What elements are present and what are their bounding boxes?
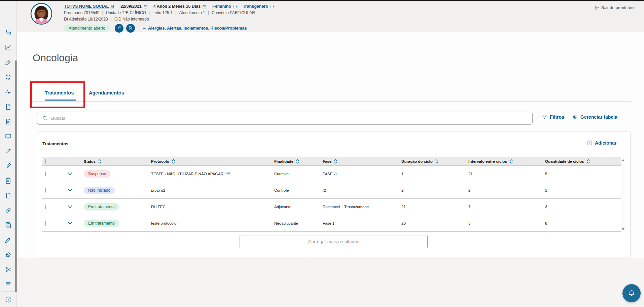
- sort-icon[interactable]: [296, 159, 299, 164]
- scroll-up-arrow[interactable]: [622, 159, 624, 161]
- filters-button[interactable]: Filtros: [542, 114, 564, 120]
- column-finalidade[interactable]: Finalidade: [274, 159, 293, 163]
- table-row[interactable]: Em tratamento DH FEC Adjuvante Docetaxel…: [42, 199, 625, 215]
- monitor-icon[interactable]: [5, 133, 12, 140]
- select-all-checkbox[interactable]: [45, 159, 46, 164]
- table-scrollbar[interactable]: [621, 157, 625, 232]
- column-protocolo[interactable]: Protocolo: [151, 159, 169, 163]
- search-input[interactable]: [51, 116, 528, 121]
- row-checkbox[interactable]: [45, 204, 46, 209]
- row-checkbox[interactable]: [45, 171, 46, 176]
- sort-icon[interactable]: [587, 159, 590, 164]
- status-badge: Suspenso: [84, 170, 110, 178]
- activity-icon[interactable]: [5, 88, 12, 95]
- calendar-icon[interactable]: [143, 4, 148, 9]
- patient-record: Prontuário 7016549: [64, 10, 99, 15]
- column-intervalo-ciclos[interactable]: Intervalo entre ciclos: [468, 159, 507, 163]
- cycle-count-cell: 1: [545, 188, 547, 192]
- sort-icon[interactable]: [334, 159, 337, 164]
- attachments-button[interactable]: [115, 24, 123, 33]
- expand-row-chevron-icon[interactable]: [67, 188, 73, 193]
- sort-icon[interactable]: [510, 159, 513, 164]
- cycle-interval-cell: 2: [468, 188, 470, 192]
- document-text-2-icon[interactable]: [5, 118, 12, 125]
- manage-table-button[interactable]: Gerenciar tabela: [572, 114, 617, 120]
- table-row[interactable]: Em tratamento teste protocolo Neoadjuvan…: [42, 215, 625, 232]
- phase-cell: f2: [323, 188, 326, 192]
- purpose-cell: Neoadjuvante: [274, 221, 298, 225]
- active-tab-underline: [45, 100, 76, 101]
- column-quantidade-ciclos[interactable]: Quantidade de ciclos: [545, 159, 584, 163]
- sidebar: [0, 1, 17, 307]
- sync-icon[interactable]: [5, 74, 12, 81]
- expand-chevron-circle-icon[interactable]: [5, 296, 12, 303]
- purpose-cell: Adjuvante: [274, 205, 291, 209]
- load-more-button[interactable]: Carregar mais resultados: [240, 235, 428, 248]
- capsule-icon[interactable]: [5, 207, 12, 214]
- sort-icon[interactable]: [435, 159, 438, 164]
- sort-icon[interactable]: [172, 159, 175, 164]
- row-checkbox[interactable]: [45, 188, 46, 193]
- phase-cell: FASE -1: [323, 172, 337, 176]
- expand-row-chevron-icon[interactable]: [67, 204, 73, 209]
- protocol-cell: TESTE - NÃO UTILIZAR E NÃO APAGAR!!!!!!: [151, 172, 230, 176]
- status-badge: Em tratamento: [84, 220, 119, 227]
- pencil-icon[interactable]: [5, 59, 12, 66]
- column-fase[interactable]: Fase: [323, 159, 331, 163]
- phase-cell: Fase 1: [323, 221, 334, 225]
- patient-name-link[interactable]: TOTVS NOME SOCIAL: [64, 4, 109, 9]
- search-icon: [42, 115, 48, 121]
- column-duracao-ciclo[interactable]: Duração do ciclo: [401, 159, 433, 163]
- documents-button[interactable]: [126, 24, 135, 33]
- copy-documents-icon[interactable]: [5, 222, 12, 229]
- menu-lines-icon[interactable]: [5, 281, 12, 288]
- file-icon[interactable]: [5, 192, 12, 199]
- tab-tratamentos[interactable]: Tratamentos: [45, 90, 74, 95]
- expand-row-chevron-icon[interactable]: [67, 171, 73, 177]
- column-status[interactable]: Status: [84, 159, 96, 163]
- plus-square-icon: [587, 140, 593, 146]
- info-icon[interactable]: [233, 4, 237, 9]
- cycle-count-cell: 8: [545, 221, 547, 225]
- info-icon[interactable]: [270, 4, 274, 9]
- table-row[interactable]: Suspenso TESTE - NÃO UTILIZAR E NÃO APAG…: [42, 166, 625, 182]
- cycle-interval-cell: 5: [468, 221, 470, 225]
- gear-cell-icon[interactable]: [5, 251, 12, 258]
- document-text-icon[interactable]: [5, 103, 12, 110]
- patient-header: TOTVS NOME SOCIAL 22/09/2021 4 Anos 2 Me…: [17, 1, 644, 32]
- exit-icon: [595, 5, 599, 10]
- record-document-icon[interactable]: [110, 4, 115, 9]
- scroll-down-arrow[interactable]: [622, 228, 624, 230]
- patient-gender: Transgênero: [243, 4, 268, 9]
- patient-attendance: Atendimento 1: [173, 10, 205, 15]
- paperclip-icon: [117, 26, 121, 31]
- tab-agendamentos[interactable]: Agendamentos: [89, 90, 124, 95]
- exit-record-link[interactable]: Sair do prontuário: [595, 5, 635, 10]
- cycle-count-cell: 5: [545, 172, 547, 176]
- sidebar-scrollbar[interactable]: [15, 61, 16, 292]
- attendance-open-badge: Atendimento aberto: [64, 25, 110, 32]
- cycle-interval-cell: 21: [468, 172, 473, 176]
- add-treatment-button[interactable]: Adicionar: [587, 140, 617, 146]
- clipboard-icon[interactable]: [5, 177, 12, 184]
- row-checkbox[interactable]: [45, 221, 46, 226]
- scissors-icon[interactable]: [5, 266, 12, 273]
- alerts-link[interactable]: Alergias, Alertas, Isolamentos, Riscos/P…: [142, 26, 247, 31]
- expand-row-chevron-icon[interactable]: [67, 221, 73, 226]
- cycle-duration-cell: 1: [401, 172, 403, 176]
- sort-icon[interactable]: [98, 159, 101, 164]
- search-bar[interactable]: [37, 112, 533, 125]
- treatments-table: Status Protocolo Finalidade Fase Duração…: [42, 157, 625, 232]
- test-tube-icon[interactable]: [5, 162, 12, 169]
- patient-unit: Unidade 1°B CLÍNICO: [99, 10, 146, 15]
- sidebar-divider: [1, 291, 15, 292]
- syringe-icon[interactable]: [5, 148, 12, 155]
- page-title: Oncologia: [33, 52, 78, 64]
- chart-line-icon[interactable]: [5, 44, 12, 51]
- calendar-icon[interactable]: [202, 4, 207, 9]
- patient-avatar[interactable]: [30, 3, 52, 25]
- pencil-edit-icon[interactable]: [5, 236, 12, 243]
- table-row[interactable]: Não iniciado proto g2 Controle f2 2 2 1: [42, 182, 625, 199]
- stethoscope-icon[interactable]: [5, 29, 12, 36]
- notifications-fab[interactable]: [622, 284, 641, 302]
